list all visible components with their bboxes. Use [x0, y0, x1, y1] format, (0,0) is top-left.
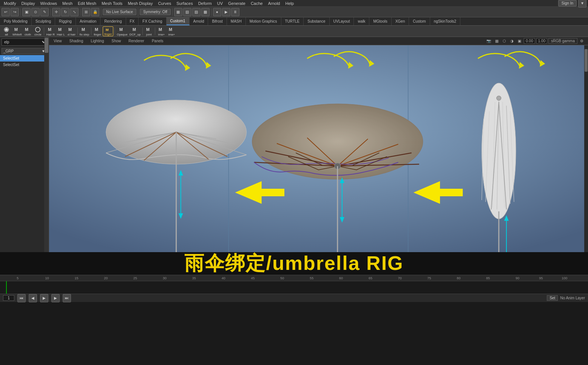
- icon-finger2[interactable]: M finger: [103, 26, 113, 36]
- icon-fixstep[interactable]: M fix step: [79, 26, 90, 36]
- vp-icon-grid[interactable]: ▦: [494, 38, 500, 44]
- tab-bifrost[interactable]: Bifrost: [208, 17, 227, 25]
- icon-select-all[interactable]: all: [2, 26, 11, 36]
- tab-xgen[interactable]: XGen: [392, 17, 409, 25]
- vp-icon-shaded[interactable]: ◑: [509, 38, 515, 44]
- no-live-surface-btn[interactable]: No Live Surface: [103, 9, 136, 15]
- toolbar-paint[interactable]: ✎: [40, 8, 49, 16]
- timeline[interactable]: 5 10 15 20 25 30 35 40 45 50 55 60 65 70…: [0, 275, 588, 294]
- icon-dcfup[interactable]: M DCF_up: [129, 26, 142, 36]
- tab-custom[interactable]: Custom: [409, 17, 430, 25]
- left-dropdown-grp[interactable]: _GRP ▼: [2, 48, 47, 54]
- tab-sculpting[interactable]: Sculpting: [32, 17, 55, 25]
- toolbar-play[interactable]: ▶: [222, 8, 230, 16]
- bottom-set-btn[interactable]: Set: [547, 295, 558, 301]
- icon-joint[interactable]: M joint: [144, 26, 154, 36]
- tab-arnold[interactable]: Arnold: [190, 17, 208, 25]
- toolbar-render[interactable]: ●: [213, 8, 221, 16]
- frame-display[interactable]: 1: [3, 295, 14, 301]
- tab-rigging[interactable]: Rigging: [55, 17, 76, 25]
- menu-mesh-tools[interactable]: Mesh Tools: [99, 0, 125, 6]
- bottom-play-fwd[interactable]: ⏭: [63, 294, 71, 302]
- tab-motion-graphics[interactable]: Motion Graphics: [246, 17, 281, 25]
- tab-turtle[interactable]: TURTLE: [281, 17, 304, 25]
- tab-uvlayout[interactable]: UVLayout: [330, 17, 354, 25]
- menu-help[interactable]: Help: [283, 0, 296, 6]
- vp-menu-view[interactable]: View: [52, 38, 63, 44]
- vp-menu-panels[interactable]: Panels: [150, 38, 165, 44]
- left-select-help[interactable]: elp: [2, 39, 47, 46]
- toolbar-move[interactable]: ✛: [52, 8, 60, 16]
- vp-icon-camera[interactable]: 📷: [485, 38, 492, 44]
- toolbar-undo[interactable]: ↩: [2, 8, 10, 16]
- vp-icon-textured[interactable]: ▣: [516, 38, 523, 44]
- toolbar-pause[interactable]: ⏸: [231, 8, 239, 16]
- left-panel-scrollbar[interactable]: [44, 37, 49, 252]
- tab-mgtools[interactable]: MGtools: [369, 17, 391, 25]
- menu-display[interactable]: Display: [19, 0, 37, 6]
- toolbar-grid3[interactable]: ▨: [192, 8, 201, 16]
- toolbar-grid2[interactable]: ▧: [183, 8, 191, 16]
- vp-icon-settings[interactable]: ⚙: [579, 38, 585, 44]
- viewport-gamma[interactable]: sRGB gamma: [548, 38, 577, 44]
- menu-windows[interactable]: Windows: [38, 0, 59, 6]
- toolbar-scale[interactable]: ⤡: [70, 8, 79, 16]
- toolbar-lock[interactable]: 🔒: [91, 8, 99, 16]
- tl-marker-30: 30: [163, 276, 167, 280]
- bottom-play-back[interactable]: ⏮: [17, 294, 26, 302]
- icon-finger1[interactable]: M finger: [93, 26, 102, 36]
- menu-modify[interactable]: Modify: [2, 0, 18, 6]
- menu-cache[interactable]: Cache: [248, 0, 265, 6]
- menu-deform[interactable]: Deform: [196, 0, 214, 6]
- left-item-selectset2[interactable]: SelectSet: [0, 62, 49, 68]
- vp-menu-lighting[interactable]: Lighting: [89, 38, 105, 44]
- tab-custom1[interactable]: Custom1: [167, 17, 190, 25]
- toolbar-rotate[interactable]: ↻: [61, 8, 69, 16]
- icon-hairr[interactable]: M Hair R: [45, 26, 56, 36]
- toolbar-grid4[interactable]: ▩: [201, 8, 210, 16]
- vp-menu-renderer[interactable]: Renderer: [127, 38, 146, 44]
- icon-circle[interactable]: circle: [33, 26, 43, 36]
- symmetry-btn[interactable]: Symmetry: Off: [140, 9, 171, 15]
- vp-icon-wireframe[interactable]: ⬡: [501, 38, 508, 44]
- bottom-play[interactable]: ▶: [40, 294, 48, 302]
- menu-mesh-display[interactable]: Mesh Display: [125, 0, 155, 6]
- menu-mesh[interactable]: Mesh: [60, 0, 75, 6]
- bottom-next-frame[interactable]: ▶: [51, 294, 60, 302]
- sign-in-button[interactable]: Sign In: [558, 0, 577, 6]
- left-item-selectset1[interactable]: SelectSet: [0, 55, 49, 62]
- tab-poly-modeling[interactable]: Poly Modeling: [0, 17, 32, 25]
- icon-ima2[interactable]: M ima+: [167, 26, 176, 36]
- dropdown-arrow[interactable]: ▼: [578, 0, 586, 8]
- menu-uv[interactable]: UV: [215, 0, 225, 6]
- icon-hairl[interactable]: M Hair L: [56, 26, 66, 36]
- viewport-canvas[interactable]: [49, 45, 588, 252]
- toolbar-lasso[interactable]: ⊙: [31, 8, 40, 16]
- icon-dhair[interactable]: M -d hair: [66, 26, 76, 36]
- menu-edit-mesh[interactable]: Edit Mesh: [76, 0, 99, 6]
- tab-rendering[interactable]: Rendering: [100, 17, 126, 25]
- toolbar-redo[interactable]: ↪: [11, 8, 19, 16]
- icon-whitefi[interactable]: M Whitefi: [12, 26, 22, 36]
- icon-opaque[interactable]: M Opaque: [116, 26, 128, 36]
- toolbar-snap[interactable]: ⊞: [82, 8, 90, 16]
- toolbar-grid1[interactable]: ▦: [174, 8, 182, 16]
- timeline-content[interactable]: [0, 281, 588, 294]
- vp-menu-shading[interactable]: Shading: [68, 38, 85, 44]
- tab-walk[interactable]: walk: [354, 17, 369, 25]
- menu-generate[interactable]: Generate: [226, 0, 248, 6]
- icon-ima1[interactable]: M ima+: [156, 26, 166, 36]
- tab-animation[interactable]: Animation: [76, 17, 100, 25]
- tab-ngskin[interactable]: ngSkinTools2: [430, 17, 460, 25]
- tab-fx[interactable]: FX: [126, 17, 139, 25]
- menu-curves[interactable]: Curves: [156, 0, 173, 6]
- bottom-prev-frame[interactable]: ◀: [29, 294, 37, 302]
- toolbar-select[interactable]: ▣: [22, 8, 31, 16]
- tab-mash[interactable]: MASH: [227, 17, 246, 25]
- menu-arnold[interactable]: Arnold: [266, 0, 282, 6]
- tab-substance[interactable]: Substance: [304, 17, 329, 25]
- menu-surfaces[interactable]: Surfaces: [174, 0, 195, 6]
- vp-menu-show[interactable]: Show: [110, 38, 122, 44]
- icon-cloth[interactable]: M cloth: [23, 26, 32, 36]
- tab-fx-caching[interactable]: FX Caching: [139, 17, 166, 25]
